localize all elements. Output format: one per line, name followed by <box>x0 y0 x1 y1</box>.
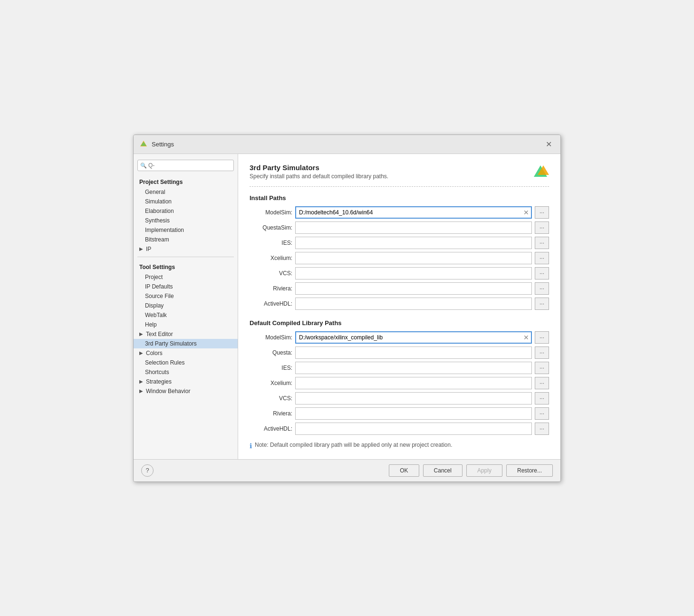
sidebar-item-window-behavior[interactable]: ▶ Window Behavior <box>134 386 238 396</box>
install-modelsim-browse-button[interactable]: ··· <box>535 206 549 219</box>
sidebar-item-label: IP Defaults <box>145 283 173 290</box>
sidebar-item-project[interactable]: Project <box>134 272 238 282</box>
install-activehdl-row: ActiveHDL: ··· <box>250 298 549 310</box>
install-riviera-browse-button[interactable]: ··· <box>535 282 549 295</box>
sidebar-item-webtalk[interactable]: WebTalk <box>134 310 238 320</box>
default-activehdl-input[interactable] <box>295 423 532 435</box>
default-riviera-field-wrapper <box>295 407 532 420</box>
apply-button[interactable]: Apply <box>466 464 502 477</box>
default-lib-title: Default Compiled Library Paths <box>250 319 549 327</box>
install-modelsim-field-wrapper: ✕ <box>295 206 532 219</box>
default-questa-browse-button[interactable]: ··· <box>535 346 549 359</box>
default-ies-browse-button[interactable]: ··· <box>535 362 549 374</box>
sidebar-item-label: IP <box>146 246 151 252</box>
default-modelsim-input[interactable] <box>295 331 532 344</box>
default-modelsim-browse-button[interactable]: ··· <box>535 331 549 344</box>
default-riviera-row: Riviera: ··· <box>250 407 549 420</box>
section-divider <box>250 186 549 187</box>
panel-title: 3rd Party Simulators <box>250 164 388 172</box>
default-activehdl-label: ActiveHDL: <box>250 425 292 432</box>
dialog-body: 🔍 Project Settings General Simulation El… <box>134 154 560 459</box>
install-xcelium-input[interactable] <box>295 252 532 264</box>
default-ies-label: IES: <box>250 365 292 371</box>
sidebar-item-text-editor[interactable]: ▶ Text Editor <box>134 329 238 339</box>
restore-button[interactable]: Restore... <box>506 464 553 477</box>
default-vcs-row: VCS: ··· <box>250 392 549 404</box>
default-xcelium-input[interactable] <box>295 377 532 389</box>
panel-header-text: 3rd Party Simulators Specify install pat… <box>250 164 388 180</box>
title-bar: Settings ✕ <box>134 135 560 154</box>
svg-marker-1 <box>141 142 146 146</box>
default-riviera-browse-button[interactable]: ··· <box>535 407 549 420</box>
close-button[interactable]: ✕ <box>543 139 555 150</box>
default-xcelium-row: Xcelium: ··· <box>250 377 549 389</box>
sidebar-item-label: Display <box>145 302 164 309</box>
sidebar-item-label: Elaboration <box>145 208 174 214</box>
install-activehdl-field-wrapper <box>295 298 532 310</box>
sidebar-item-label: General <box>145 189 165 195</box>
sidebar-item-bitstream[interactable]: Bitstream <box>134 235 238 244</box>
ok-button[interactable]: OK <box>389 464 419 477</box>
install-xcelium-browse-button[interactable]: ··· <box>535 252 549 264</box>
sidebar-item-simulation[interactable]: Simulation <box>134 197 238 206</box>
cancel-button[interactable]: Cancel <box>423 464 463 477</box>
default-ies-row: IES: ··· <box>250 362 549 374</box>
sidebar-item-display[interactable]: Display <box>134 301 238 310</box>
sidebar-item-label: 3rd Party Simulators <box>145 340 197 347</box>
install-questasim-browse-button[interactable]: ··· <box>535 221 549 234</box>
install-modelsim-row: ModelSim: ✕ ··· <box>250 206 549 219</box>
install-xcelium-label: Xcelium: <box>250 255 292 261</box>
default-modelsim-clear-button[interactable]: ✕ <box>522 334 530 341</box>
help-button[interactable]: ? <box>141 464 154 477</box>
default-xcelium-browse-button[interactable]: ··· <box>535 377 549 389</box>
default-ies-input[interactable] <box>295 362 532 374</box>
sidebar-item-synthesis[interactable]: Synthesis <box>134 216 238 225</box>
sidebar-item-ip[interactable]: ▶ IP <box>134 244 238 254</box>
default-activehdl-field-wrapper <box>295 423 532 435</box>
default-questa-field-wrapper <box>295 346 532 359</box>
install-questasim-label: QuestaSim: <box>250 224 292 231</box>
title-bar-left: Settings <box>139 140 174 148</box>
sidebar-item-label: WebTalk <box>145 312 167 318</box>
default-vcs-input[interactable] <box>295 392 532 404</box>
install-activehdl-browse-button[interactable]: ··· <box>535 298 549 310</box>
install-modelsim-clear-button[interactable]: ✕ <box>522 209 530 216</box>
sidebar-item-3rd-party-simulators[interactable]: 3rd Party Simulators <box>134 339 238 348</box>
sidebar-item-source-file[interactable]: Source File <box>134 291 238 301</box>
sidebar-item-elaboration[interactable]: Elaboration <box>134 206 238 216</box>
default-questa-row: Questa: ··· <box>250 346 549 359</box>
chevron-right-icon: ▶ <box>139 331 143 337</box>
install-riviera-row: Riviera: ··· <box>250 282 549 295</box>
sidebar-item-label: Colors <box>146 350 163 356</box>
install-riviera-input[interactable] <box>295 282 532 295</box>
sidebar-item-label: Implementation <box>145 227 184 233</box>
chevron-right-icon: ▶ <box>139 379 143 384</box>
install-modelsim-input[interactable] <box>295 206 532 219</box>
sidebar-item-strategies[interactable]: ▶ Strategies <box>134 377 238 386</box>
sidebar-item-label: Selection Rules <box>145 359 184 366</box>
install-questasim-input[interactable] <box>295 221 532 234</box>
search-input[interactable] <box>137 160 234 171</box>
default-riviera-input[interactable] <box>295 407 532 420</box>
sidebar-item-implementation[interactable]: Implementation <box>134 225 238 235</box>
sidebar-item-shortcuts[interactable]: Shortcuts <box>134 367 238 377</box>
sidebar-item-selection-rules[interactable]: Selection Rules <box>134 358 238 367</box>
dialog-footer: ? OK Cancel Apply Restore... <box>134 459 560 481</box>
sidebar-item-ip-defaults[interactable]: IP Defaults <box>134 282 238 291</box>
sidebar-item-colors[interactable]: ▶ Colors <box>134 348 238 358</box>
sidebar-item-label: Text Editor <box>146 331 173 337</box>
install-vcs-browse-button[interactable]: ··· <box>535 267 549 279</box>
default-activehdl-browse-button[interactable]: ··· <box>535 423 549 435</box>
install-riviera-field-wrapper <box>295 282 532 295</box>
default-vcs-browse-button[interactable]: ··· <box>535 392 549 404</box>
install-activehdl-label: ActiveHDL: <box>250 300 292 307</box>
sidebar-item-general[interactable]: General <box>134 187 238 197</box>
install-activehdl-input[interactable] <box>295 298 532 310</box>
install-ies-browse-button[interactable]: ··· <box>535 237 549 249</box>
default-questa-input[interactable] <box>295 346 532 359</box>
sidebar-item-label: Synthesis <box>145 217 170 224</box>
sidebar-item-help[interactable]: Help <box>134 320 238 329</box>
install-ies-input[interactable] <box>295 237 532 249</box>
default-riviera-label: Riviera: <box>250 410 292 417</box>
install-vcs-input[interactable] <box>295 267 532 279</box>
